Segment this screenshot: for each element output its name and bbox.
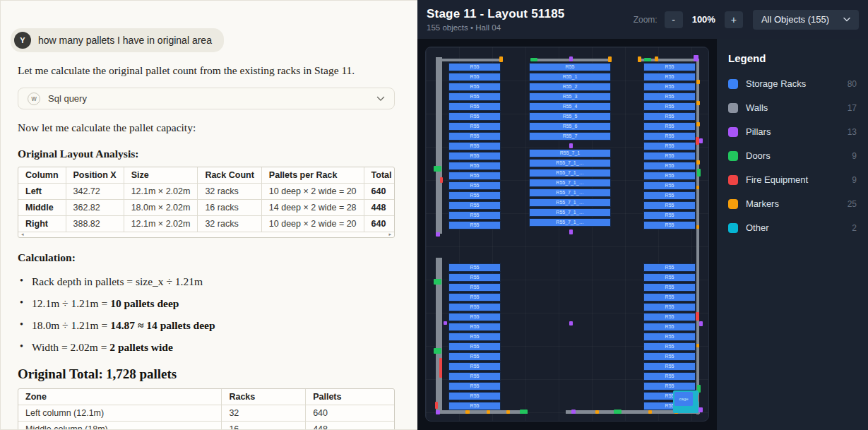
rack[interactable]: R55_7_1_… (529, 218, 611, 227)
rack[interactable]: R55 (448, 293, 501, 301)
rack[interactable]: R55 (448, 191, 501, 200)
rack[interactable]: R55 (643, 293, 696, 301)
rack[interactable]: R55_7 (529, 132, 611, 141)
rack[interactable]: R55_5 (529, 112, 611, 121)
rack[interactable]: R55 (643, 303, 696, 311)
rack[interactable]: R55 (448, 283, 501, 292)
rack[interactable]: R55 (643, 92, 696, 101)
table-header-row: ZoneRacksPallets (18, 389, 395, 405)
rack[interactable]: R55 (448, 221, 501, 229)
rack[interactable]: R55 (643, 362, 696, 371)
rack[interactable]: R55 (448, 372, 501, 381)
rack[interactable]: R55 (643, 313, 696, 321)
rack[interactable]: R55 (448, 402, 501, 410)
column-header: Rack Count (198, 167, 261, 184)
rack[interactable]: R55 (643, 323, 696, 331)
rack[interactable]: R55 (643, 273, 696, 282)
rack[interactable]: R55 (643, 342, 696, 351)
chevron-down-icon[interactable] (376, 96, 385, 102)
zoom-in-button[interactable]: + (725, 11, 743, 28)
rack[interactable]: R55 (643, 122, 696, 131)
rack[interactable]: R55 (448, 122, 501, 131)
sql-query-expander[interactable]: w Sql query (18, 88, 395, 109)
rack[interactable]: R55 (643, 352, 696, 361)
rack[interactable]: R55 (643, 172, 696, 180)
rack[interactable]: R55 (448, 172, 501, 180)
rack[interactable]: R55 (448, 263, 501, 272)
table-cell: 32 racks (198, 216, 261, 232)
rack[interactable]: R55 (448, 132, 501, 141)
orange-marker (608, 56, 612, 62)
rack[interactable]: R55 (643, 152, 696, 160)
table-scroll-right-arrow[interactable]: ▸ (388, 232, 391, 237)
rack[interactable]: R55_7_1_… (529, 198, 611, 207)
table-scroll-left-arrow[interactable]: ◂ (21, 232, 24, 237)
rack[interactable]: R55 (643, 201, 696, 210)
rack[interactable]: R55 (643, 102, 696, 111)
rack[interactable]: R55 (448, 333, 501, 341)
rack[interactable]: R55 (448, 352, 501, 361)
rack[interactable]: R55_4 (529, 102, 611, 111)
rack[interactable]: R55 (448, 112, 501, 121)
rack[interactable]: R55 (643, 263, 696, 272)
rack[interactable]: R55 (643, 63, 696, 71)
column-header: Position X (66, 167, 124, 184)
rack[interactable]: R55 (643, 382, 696, 390)
rack[interactable]: R55 (643, 132, 696, 141)
rack[interactable]: R55 (643, 191, 696, 200)
total-label: Original Total: (18, 366, 103, 381)
rack[interactable]: R55 (448, 63, 501, 71)
rack[interactable]: R55 (448, 273, 501, 282)
rack[interactable]: R55 (448, 323, 501, 331)
object-filter-dropdown[interactable]: All Objects (155) (753, 10, 859, 30)
rack[interactable]: R55_7_1 (529, 149, 611, 157)
zoom-out-button[interactable]: - (665, 11, 683, 28)
rack[interactable]: R55 (448, 73, 501, 81)
rack[interactable]: R55 (643, 162, 696, 170)
rack[interactable]: R55 (448, 152, 501, 160)
rack[interactable]: R55 (448, 303, 501, 311)
rack[interactable]: R55 (643, 333, 696, 341)
purple-marker (569, 229, 573, 234)
rack[interactable]: R55 (643, 372, 696, 381)
rack[interactable]: R55_7_1_… (529, 189, 611, 197)
green-marker (520, 410, 528, 414)
rack[interactable]: R55_7_1_… (529, 208, 611, 217)
rack[interactable]: R55_7_1_… (529, 159, 611, 167)
calculation-heading: Calculation: (18, 251, 417, 264)
rack[interactable]: R55 (448, 313, 501, 321)
rack[interactable]: R55_7_1_… (529, 169, 611, 177)
rack[interactable]: R55 (448, 83, 501, 91)
rack[interactable]: R55 (643, 142, 696, 150)
rack[interactable]: R55_7_1_… (529, 179, 611, 187)
rack[interactable]: R55_3 (529, 92, 611, 101)
rack[interactable]: R55 (643, 73, 696, 81)
rack[interactable]: R55 (448, 382, 501, 390)
rack[interactable]: R55 (448, 201, 501, 210)
legend-label: Doors (746, 150, 771, 161)
table-cell: 12.1m × 2.02m (124, 216, 198, 232)
rack[interactable]: R55 (643, 221, 696, 229)
rack[interactable]: R55_1 (529, 73, 611, 81)
rack[interactable]: R55 (448, 162, 501, 170)
rack[interactable]: R55 (448, 342, 501, 351)
rack[interactable]: R55 (448, 211, 501, 220)
rack[interactable]: R55 (448, 181, 501, 190)
wall-segment (436, 410, 528, 414)
rack[interactable]: R55 (643, 112, 696, 121)
rack[interactable]: R55 (448, 142, 501, 150)
rack[interactable]: R55_6 (529, 122, 611, 131)
layout-canvas[interactable]: R55R55R55R55R55R55R55R55R55R55R55R55R55R… (425, 47, 709, 422)
cage-object[interactable]: cage (673, 390, 698, 413)
rack[interactable]: R55 (448, 392, 501, 400)
purple-marker (569, 56, 573, 61)
rack[interactable]: R55 (643, 283, 696, 292)
rack[interactable]: R55 (448, 362, 501, 371)
rack[interactable]: R55 (643, 211, 696, 220)
rack[interactable]: R55 (529, 63, 611, 71)
rack[interactable]: R55 (448, 102, 501, 111)
rack[interactable]: R55 (448, 92, 501, 101)
rack[interactable]: R55_2 (529, 83, 611, 91)
rack[interactable]: R55 (643, 83, 696, 91)
rack[interactable]: R55 (643, 181, 696, 190)
